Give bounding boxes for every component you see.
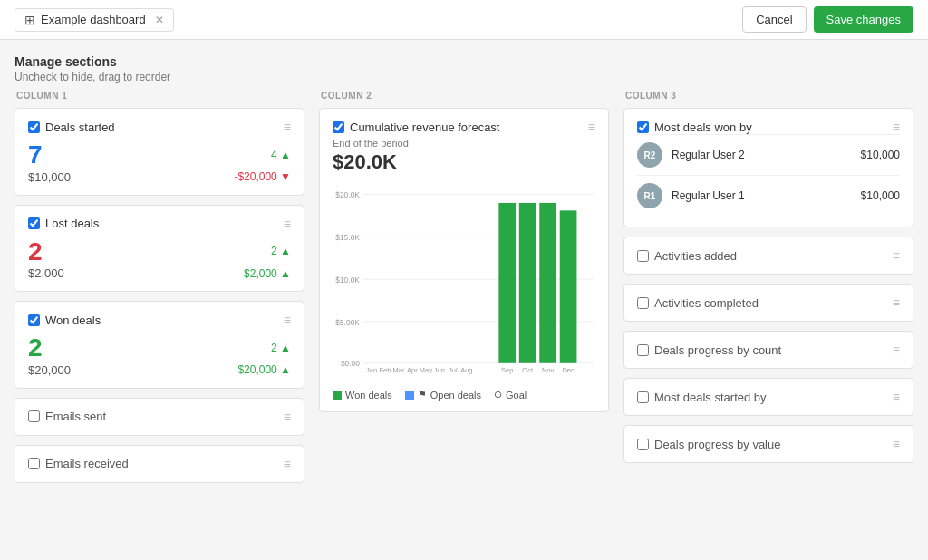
section-activities-added: Activities added ≡	[624, 237, 914, 275]
cumulative-revenue-checkbox[interactable]	[333, 121, 344, 133]
column-3: COLUMN 3 Most deals won by ≡ R2 Regular …	[616, 91, 921, 492]
svg-text:$0.00: $0.00	[341, 359, 360, 368]
svg-text:Dec: Dec	[562, 366, 575, 374]
bar-oct	[519, 203, 536, 363]
lost-deals-checkbox[interactable]	[28, 217, 40, 229]
user-name: Regular User 2	[672, 149, 852, 161]
manage-title: Manage sections	[14, 54, 914, 69]
drag-icon[interactable]: ≡	[893, 120, 900, 134]
section-cumulative-revenue: Cumulative revenue forecast ≡ End of the…	[319, 108, 609, 412]
dashboard-tab[interactable]: ⊞ Example dashboard ✕	[14, 8, 174, 32]
chart-value: $20.0K	[333, 150, 595, 174]
drag-icon[interactable]: ≡	[284, 410, 291, 424]
drag-icon[interactable]: ≡	[893, 343, 900, 357]
cumulative-revenue-title: Cumulative revenue forecast	[350, 121, 499, 134]
emails-received-title: Emails received	[45, 457, 129, 470]
save-button[interactable]: Save changes	[814, 6, 914, 33]
lost-deals-primary: 2	[28, 237, 43, 267]
lost-deals-secondary: $2,000	[28, 266, 64, 280]
won-deals-secondary: $20,000	[28, 363, 71, 377]
col3-label: COLUMN 3	[624, 91, 914, 101]
topbar: ⊞ Example dashboard ✕ Cancel Save change…	[0, 0, 928, 40]
most-deals-won-checkbox[interactable]	[637, 121, 649, 133]
topbar-right: Cancel Save changes	[742, 6, 914, 33]
deals-started-change-top: 4 ▲	[271, 149, 291, 161]
col2-label: COLUMN 2	[319, 91, 609, 101]
drag-icon[interactable]: ≡	[588, 120, 595, 134]
deals-progress-value-checkbox[interactable]	[637, 439, 649, 450]
user-amount: $10,000	[861, 149, 900, 161]
user-row: R2 Regular User 2 $10,000	[637, 134, 900, 175]
tab-name: Example dashboard	[41, 13, 146, 26]
won-deals-primary: 2	[28, 333, 43, 363]
cancel-button[interactable]: Cancel	[742, 6, 806, 33]
svg-text:$15.0K: $15.0K	[335, 233, 360, 242]
drag-icon[interactable]: ≡	[284, 217, 291, 231]
goal-icon: ⊙	[494, 389, 502, 401]
won-deals-legend-dot	[333, 391, 342, 400]
deals-started-secondary: $10,000	[28, 170, 71, 184]
close-icon[interactable]: ✕	[155, 14, 164, 26]
emails-sent-checkbox[interactable]	[28, 410, 40, 422]
section-most-deals-won: Most deals won by ≡ R2 Regular User 2 $1…	[624, 108, 914, 227]
open-deals-legend-dot	[405, 391, 414, 400]
activities-completed-checkbox[interactable]	[637, 297, 649, 309]
period-label: End of the period	[333, 138, 595, 149]
won-deals-change-bottom: $20,000 ▲	[237, 363, 291, 376]
activities-added-title: Activities added	[654, 249, 737, 263]
user-row: R1 Regular User 1 $10,000	[637, 175, 900, 216]
chart-container: $20.0K $15.0K $10.0K $5.00K $0.00	[333, 181, 595, 383]
section-emails-sent: Emails sent ≡	[14, 398, 304, 436]
lost-deals-change-bottom: $2,000 ▲	[244, 267, 291, 280]
won-deals-change-top: 2 ▲	[271, 342, 291, 354]
lost-deals-change-top: 2 ▲	[271, 245, 291, 257]
user-name: Regular User 1	[672, 189, 852, 202]
deals-started-checkbox[interactable]	[28, 121, 40, 133]
activities-added-checkbox[interactable]	[637, 250, 649, 262]
won-deals-legend-label: Won deals	[345, 390, 392, 401]
svg-text:Nov: Nov	[542, 366, 555, 374]
svg-text:Aug: Aug	[460, 366, 472, 374]
avatar: R1	[637, 183, 662, 208]
most-deals-started-title: Most deals started by	[654, 391, 767, 404]
activities-completed-title: Activities completed	[654, 296, 759, 310]
svg-text:Jan: Jan	[366, 366, 377, 374]
grid-icon: ⊞	[24, 13, 35, 27]
svg-text:Sep: Sep	[501, 366, 513, 374]
goal-label: Goal	[506, 390, 527, 401]
deals-progress-value-title: Deals progress by value	[654, 438, 780, 451]
svg-text:Jun: Jun	[434, 366, 445, 374]
chart-legend: Won deals ⚑ Open deals ⊙ Goal	[333, 389, 595, 401]
drag-icon[interactable]: ≡	[893, 295, 900, 310]
drag-icon[interactable]: ≡	[284, 457, 291, 471]
won-deals-title: Won deals	[45, 314, 101, 327]
section-most-deals-started: Most deals started by ≡	[624, 378, 914, 416]
emails-sent-title: Emails sent	[45, 410, 106, 423]
open-deals-legend-label: ⚑	[418, 389, 427, 401]
bar-sep	[498, 203, 516, 363]
section-deals-progress-value: Deals progress by value ≡	[624, 425, 914, 463]
user-amount: $10,000	[861, 189, 900, 202]
drag-icon[interactable]: ≡	[284, 313, 291, 327]
section-lost-deals: Lost deals ≡ 2 2 ▲ $2,000 $2,000 ▲	[14, 205, 304, 293]
drag-icon[interactable]: ≡	[893, 437, 900, 451]
most-deals-started-checkbox[interactable]	[637, 391, 649, 403]
drag-icon[interactable]: ≡	[893, 248, 900, 263]
manage-header: Manage sections Uncheck to hide, drag to…	[0, 40, 928, 91]
svg-text:$20.0K: $20.0K	[335, 190, 360, 199]
drag-icon[interactable]: ≡	[284, 120, 291, 134]
svg-text:$10.0K: $10.0K	[335, 275, 360, 285]
legend-open: ⚑ Open deals	[405, 389, 481, 401]
avatar: R2	[637, 142, 662, 168]
deals-progress-count-checkbox[interactable]	[637, 344, 649, 356]
won-deals-checkbox[interactable]	[28, 314, 40, 326]
svg-text:Jul: Jul	[449, 366, 458, 374]
svg-text:Mar: Mar	[393, 366, 405, 374]
section-deals-progress-count: Deals progress by count ≡	[624, 331, 914, 369]
emails-received-checkbox[interactable]	[28, 458, 40, 469]
topbar-left: ⊞ Example dashboard ✕	[14, 8, 174, 32]
deals-started-title: Deals started	[45, 121, 115, 134]
deals-started-change-bottom: -$20,000 ▼	[234, 170, 291, 183]
column-2: COLUMN 2 Cumulative revenue forecast ≡ E…	[312, 91, 616, 492]
drag-icon[interactable]: ≡	[893, 390, 900, 404]
